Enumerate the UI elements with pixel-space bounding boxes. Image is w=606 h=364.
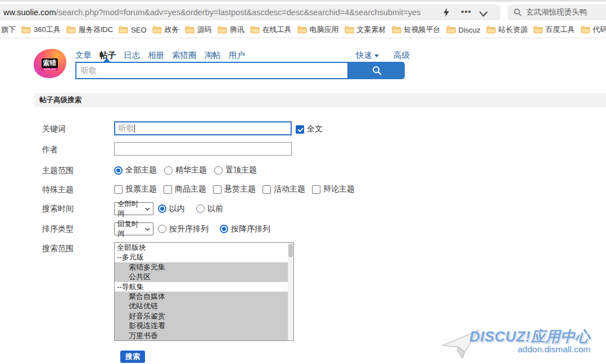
bookmark-item[interactable]: 短视频平台 <box>392 25 441 35</box>
author-input[interactable] <box>114 142 292 156</box>
more-icon[interactable]: ••• <box>461 7 470 16</box>
text-caret <box>134 124 135 133</box>
bookmark-item[interactable]: 源码 <box>185 25 212 35</box>
chevron-down-icon[interactable] <box>479 10 488 19</box>
bookmark-item[interactable]: SEO <box>119 26 146 34</box>
browser-search-text: 玄武湖惊现烫头鸭 <box>526 7 587 17</box>
checkbox-icon[interactable] <box>114 185 123 194</box>
radio-descending[interactable]: 按降序排列 <box>220 224 270 234</box>
listbox-option[interactable]: --导航集 <box>115 282 288 292</box>
checkbox-poll-topics[interactable]: 投票主题 <box>114 184 157 194</box>
nav-tab-albums[interactable]: 相册 <box>148 50 164 61</box>
listbox-option[interactable]: 全部版块 <box>115 243 288 252</box>
address-bar[interactable]: ww.suolie.com/search.php?mod=forum&adv=y… <box>0 4 500 20</box>
listbox-option[interactable]: 公共区 <box>115 272 288 281</box>
radio-icon[interactable] <box>158 204 166 213</box>
bookmark-item[interactable]: 360工具 <box>21 25 61 35</box>
radio-icon[interactable] <box>164 166 173 175</box>
listbox-option[interactable]: 万里书香 <box>115 331 288 340</box>
keyword-input[interactable] <box>114 121 292 135</box>
radio-icon[interactable] <box>114 166 123 175</box>
advanced-link[interactable]: 高级 <box>394 50 410 61</box>
logo-label: 索猎 <box>43 59 57 67</box>
checkbox-label: 悬赏主题 <box>224 184 256 194</box>
bookmark-item[interactable]: Discuz <box>446 26 481 34</box>
checkbox-reward-topics[interactable]: 悬赏主题 <box>213 184 256 194</box>
checkbox-icon[interactable] <box>164 185 172 194</box>
site-logo[interactable]: 索猎suolie.com <box>34 49 66 78</box>
radio-sticky-topics[interactable]: 置顶主题 <box>214 165 257 175</box>
scope-options: 全部主题 精华主题 置顶主题 <box>114 165 257 175</box>
folder-icon <box>250 26 260 34</box>
folder-icon <box>581 26 590 34</box>
bookmark-item[interactable]: 文案素材 <box>345 25 386 35</box>
url-host: ww.suolie.com <box>3 8 56 17</box>
checkbox-icon[interactable] <box>213 185 221 194</box>
radio-all-topics[interactable]: 全部主题 <box>114 165 157 175</box>
browser-search-box[interactable]: 玄武湖惊现烫头鸭 <box>508 4 606 20</box>
nav-tab-blogs[interactable]: 日志 <box>124 50 140 61</box>
site-search-button[interactable] <box>349 62 405 79</box>
watermark: DISCUZ!应用中心 addon.dismall.com <box>440 327 604 361</box>
site-search-input[interactable] <box>75 62 349 79</box>
listbox-option[interactable]: 影视连连看 <box>115 321 288 330</box>
watermark-domain: addon.dismall.com <box>518 344 590 354</box>
bookmark-item[interactable]: 在线工具 <box>250 25 292 35</box>
radio-icon[interactable] <box>214 166 223 175</box>
fulltext-label: 全文 <box>307 124 323 134</box>
radio-before[interactable]: 以前 <box>196 204 223 214</box>
nav-tab-collections[interactable]: 淘帖 <box>205 50 221 61</box>
fulltext-checkbox-option[interactable]: 全文 <box>296 124 323 134</box>
bookmark-item[interactable]: 政务 <box>152 25 179 35</box>
time-select[interactable]: 全部时间 <box>114 202 153 215</box>
checkbox-icon[interactable] <box>312 185 320 194</box>
nav-tab-groups[interactable]: 索猎圈 <box>172 50 197 61</box>
radio-label: 按升序排列 <box>169 224 209 234</box>
bookmark-item[interactable]: 旗下 <box>1 25 16 35</box>
radio-icon[interactable] <box>158 225 166 233</box>
fulltext-checkbox[interactable] <box>296 125 304 134</box>
listbox-option[interactable]: 好音乐鉴赏 <box>115 311 288 321</box>
bookmark-item[interactable]: 电脑应用 <box>297 25 339 35</box>
browser-toolbar: ww.suolie.com/search.php?mod=forum&adv=y… <box>0 2 606 22</box>
bookmark-label: SEO <box>131 26 146 34</box>
bookmark-label: 站长资源 <box>499 25 528 35</box>
radio-within[interactable]: 以内 <box>158 204 185 214</box>
url-path: /search.php?mod=forum&adv=yes&orderby=la… <box>56 8 420 17</box>
bookmark-item[interactable]: 百度工具 <box>533 25 575 35</box>
nav-tab-articles[interactable]: 文章 <box>75 50 92 61</box>
radio-icon[interactable] <box>220 225 228 233</box>
bookmark-item[interactable]: 服务器IDC <box>66 25 113 35</box>
order-select[interactable]: 回复时间 <box>114 222 153 235</box>
fulltext-option: 全文 <box>296 124 323 134</box>
listbox-option[interactable]: 优站优链 <box>115 301 288 311</box>
bookmark-item[interactable]: 站长资源 <box>486 25 528 35</box>
scope-label: 主题范围 <box>42 166 74 176</box>
bookmark-label: 短视频平台 <box>404 25 441 35</box>
radio-icon[interactable] <box>196 204 205 213</box>
checkbox-icon[interactable] <box>263 185 271 194</box>
submit-button[interactable]: 搜索 <box>120 351 145 363</box>
checkbox-activity-topics[interactable]: 活动主题 <box>263 184 305 194</box>
checkbox-debate-topics[interactable]: 辩论主题 <box>312 184 355 194</box>
listbox-option[interactable]: --多元版 <box>115 252 288 262</box>
bookmark-item[interactable]: 代码教程 <box>581 25 606 35</box>
listbox-option[interactable]: 聚合自媒体 <box>115 292 288 301</box>
bookmark-item[interactable]: 腾讯 <box>218 25 245 35</box>
listbox-scrollbar[interactable] <box>288 243 293 340</box>
bookmark-label: 在线工具 <box>263 25 292 35</box>
range-listbox[interactable]: 全部版块 --多元版 索猎多元集 公共区 --导航集 聚合自媒体 优站优链 好音… <box>114 242 294 341</box>
radio-label: 全部主题 <box>125 165 157 175</box>
nav-tab-users[interactable]: 用户 <box>229 50 245 61</box>
listbox-option[interactable]: 索猎多元集 <box>115 262 288 272</box>
checkbox-label: 辩论主题 <box>323 184 355 194</box>
lightning-icon[interactable] <box>442 8 451 17</box>
checkbox-label: 商品主题 <box>175 184 206 194</box>
radio-digest-topics[interactable]: 精华主题 <box>164 165 207 175</box>
quick-link[interactable]: 快速 <box>356 50 379 61</box>
scrollbar-thumb[interactable] <box>288 244 293 257</box>
checkbox-goods-topics[interactable]: 商品主题 <box>164 184 206 194</box>
author-label: 作者 <box>42 145 58 155</box>
radio-ascending[interactable]: 按升序排列 <box>158 224 209 234</box>
header-links: 快速 高级 <box>356 50 410 61</box>
